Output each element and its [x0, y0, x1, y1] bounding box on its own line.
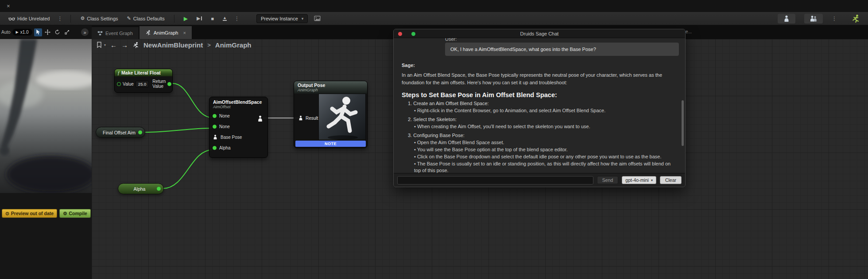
preview-out-of-date-button[interactable]: ⊙ Preview out of date: [2, 209, 57, 218]
forward-arrow-button[interactable]: →: [121, 41, 128, 49]
pose-output-pin-icon[interactable]: [257, 115, 264, 122]
class-defaults-button[interactable]: ✎ Class Defaults: [124, 14, 168, 23]
chat-step-bullet: • Right-click in the Content Browser, go…: [414, 107, 676, 114]
hide-unrelated-options-button[interactable]: ⋮: [55, 16, 64, 22]
playback-speed-button[interactable]: ▶ x1.0: [12, 29, 32, 35]
pin-return-value-output[interactable]: [167, 82, 171, 86]
chat-step-bullet: • When creating the Aim Offset, you'll n…: [414, 123, 676, 130]
value-label: Value: [123, 82, 134, 86]
clear-button[interactable]: Clear: [660, 176, 682, 184]
node-final-offset-aim[interactable]: Final Offset Aim: [96, 127, 145, 138]
tab-close-icon[interactable]: ×: [183, 30, 186, 35]
glasses-icon: [8, 16, 15, 21]
sage-intro: In an Aim Offset Blend Space, the Base P…: [402, 71, 676, 86]
class-settings-button[interactable]: ⚙ Class Settings: [77, 14, 121, 23]
speed-label: x1.0: [20, 30, 29, 35]
viewport-render[interactable]: [0, 39, 92, 193]
preview-viewport-panel: Auto ▶ x1.0: [0, 25, 92, 279]
rotate-tool-button[interactable]: [54, 28, 62, 36]
pencil-icon: ✎: [127, 16, 131, 21]
viewport-more-button[interactable]: »: [81, 28, 89, 36]
clipped-tab-text: e...: [686, 29, 692, 34]
viewport-toolbar: Auto ▶ x1.0: [0, 25, 92, 39]
pin-none-1[interactable]: [213, 114, 217, 118]
hide-unrelated-button[interactable]: Hide Unrelated: [5, 15, 53, 23]
compile-button[interactable]: ⚙ Compile: [59, 209, 91, 218]
playback-options-button[interactable]: ⋮: [232, 16, 241, 22]
mannequin-figure: [319, 94, 366, 140]
select-tool-button[interactable]: [34, 28, 42, 36]
pin-output[interactable]: [138, 130, 142, 134]
function-icon: f: [118, 70, 119, 75]
chat-title: Druids Sage Chat: [520, 31, 559, 36]
class-settings-label: Class Settings: [87, 16, 118, 21]
user-label: User:: [445, 38, 679, 42]
back-arrow-button[interactable]: ←: [110, 41, 117, 49]
warning-icon: ⊙: [5, 211, 9, 216]
preview-instance-label: Preview Instance: [261, 16, 298, 21]
class-defaults-label: Class Defaults: [133, 16, 165, 21]
scale-icon: [64, 29, 70, 35]
node-label: Final Offset Aim: [103, 130, 136, 135]
model-select[interactable]: gpt-4o-mini ▾: [622, 176, 656, 184]
play-button[interactable]: ▶: [181, 16, 191, 22]
gear-icon: ⚙: [80, 16, 85, 21]
eject-icon: ▲: [223, 16, 227, 21]
viewport-scene: [0, 39, 92, 193]
close-dot-icon[interactable]: [398, 32, 402, 36]
eject-button[interactable]: ▲: [220, 16, 230, 21]
pin-output[interactable]: [157, 187, 161, 191]
window-close-icon[interactable]: ×: [7, 3, 10, 9]
auto-label: Auto: [1, 30, 11, 35]
tab-animgraph[interactable]: AnimGraph ×: [140, 26, 192, 39]
scale-tool-button[interactable]: [63, 28, 71, 36]
chat-input-bar: Send gpt-4o-mini ▾ Clear: [394, 173, 685, 187]
sage-heading: Steps to Set Base Pose in Aim Offset Ble…: [402, 91, 679, 98]
node-make-literal-float[interactable]: f Make Literal Float Value 25.0 Return V…: [114, 69, 173, 93]
note-bar[interactable]: NOTE: [295, 141, 366, 147]
tab-label: AnimGraph: [154, 30, 178, 35]
stop-button[interactable]: ■: [208, 16, 217, 21]
node-label: Alpha: [134, 186, 146, 192]
pin-label: None: [219, 124, 230, 129]
debug-object-button[interactable]: [778, 14, 795, 24]
chevrons-icon: »: [83, 30, 86, 35]
preview-mesh-runner-icon[interactable]: [851, 14, 860, 23]
chevron-down-icon: ▾: [651, 178, 653, 182]
frame-skip-button[interactable]: ▶: [194, 16, 205, 21]
bookmark-icon[interactable]: [97, 42, 102, 48]
breadcrumb-root[interactable]: NewAnimBlueprint: [143, 41, 203, 49]
node-output-pose[interactable]: Output Pose AnimGraph Result NOTE: [294, 81, 368, 148]
stop-icon: ■: [211, 16, 214, 21]
sage-label: Sage:: [402, 63, 679, 68]
result-pin-row: Result: [298, 115, 318, 121]
toolbar-options-button[interactable]: ⋮: [830, 16, 839, 22]
value-input[interactable]: 25.0: [136, 81, 149, 87]
tab-event-graph[interactable]: Event Graph: [92, 27, 139, 39]
breadcrumb-current[interactable]: AnimGraph: [215, 41, 252, 49]
pin-none-2[interactable]: [213, 125, 217, 129]
chat-titlebar[interactable]: Druids Sage Chat: [394, 29, 685, 38]
pin-alpha[interactable]: [213, 146, 217, 150]
pin-value-input[interactable]: [117, 82, 121, 86]
move-icon: [45, 29, 50, 35]
chat-scrollbar-thumb[interactable]: [682, 100, 684, 146]
zoom-dot-icon[interactable]: [411, 32, 415, 36]
thumbnail-icon[interactable]: [314, 16, 321, 21]
node-header: f Make Literal Float: [115, 69, 172, 76]
person-network-icon: [783, 15, 790, 22]
play-icon: ▶: [16, 30, 19, 34]
breadcrumb-separator: >: [207, 42, 211, 48]
node-aimoffset-blendspace[interactable]: AimOffsetBlendSpace AimOffset None None …: [209, 97, 268, 158]
chevron-down-icon[interactable]: ▾: [104, 43, 106, 47]
node-alpha[interactable]: Alpha: [118, 183, 164, 194]
chat-step-title: 3. Configuring Base Pose:: [408, 132, 679, 139]
personas-button[interactable]: [804, 14, 823, 24]
chat-input[interactable]: [397, 176, 593, 185]
pose-pin-person-icon[interactable]: [213, 134, 218, 140]
move-tool-button[interactable]: [44, 28, 52, 36]
cursor-icon: [35, 29, 40, 35]
pose-input-pin-icon[interactable]: [298, 115, 303, 121]
preview-instance-dropdown[interactable]: Preview Instance ▾: [256, 14, 308, 23]
send-button[interactable]: Send: [597, 176, 619, 184]
